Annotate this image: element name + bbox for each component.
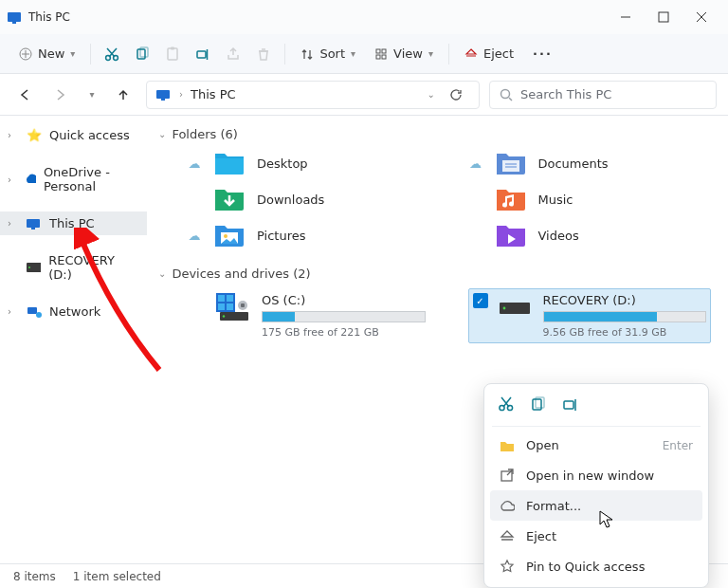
menu-label: Open in new window (526, 469, 693, 483)
sidebar-item-label: RECOVERY (D:) (48, 253, 139, 282)
sidebar-item-quick-access[interactable]: › ⭐ Quick access (0, 123, 147, 147)
svg-rect-1 (12, 22, 16, 24)
eject-toolbar-button[interactable]: Eject (455, 41, 523, 66)
folder-desktop[interactable]: ☁ Desktop (187, 149, 430, 177)
share-button[interactable] (218, 41, 248, 67)
sidebar-item-this-pc[interactable]: › This PC (0, 211, 147, 235)
new-label: New (38, 46, 64, 61)
new-button[interactable]: New ▾ (9, 41, 84, 66)
svg-point-50 (502, 307, 505, 310)
sort-label: Sort (319, 46, 345, 61)
sidebar-item-network[interactable]: › Network (0, 300, 147, 323)
chevron-right-icon[interactable]: › (8, 130, 19, 140)
folder-downloads[interactable]: ☁ Downloads (187, 185, 430, 213)
mouse-cursor (599, 510, 614, 529)
navigation-pane: › ⭐ Quick access › OneDrive - Personal ›… (0, 116, 147, 563)
view-label: View (393, 46, 423, 61)
folder-label: Music (538, 193, 573, 207)
paste-button[interactable] (157, 41, 188, 67)
menu-eject[interactable]: Eject (490, 521, 702, 551)
cloud-status-icon: ☁ (187, 229, 202, 243)
svg-point-32 (28, 266, 30, 268)
svg-point-46 (223, 315, 225, 317)
recent-button[interactable]: ▾ (83, 82, 100, 108)
folder-pictures[interactable]: ☁ Pictures (187, 221, 430, 249)
folder-icon (495, 149, 527, 177)
cloud-status-icon: ☁ (468, 156, 483, 171)
cut-icon[interactable] (498, 395, 515, 413)
eject-icon (500, 528, 515, 543)
drive-free-text: 9.56 GB free of 31.9 GB (543, 326, 707, 339)
folder-documents[interactable]: ☁ Documents (468, 149, 712, 177)
folder-icon (495, 221, 527, 249)
folder-icon (213, 221, 246, 249)
title-bar: This PC (0, 0, 728, 34)
minimize-button[interactable] (607, 2, 645, 32)
folder-label: Videos (538, 229, 579, 243)
rename-button[interactable] (188, 41, 218, 67)
search-input[interactable]: Search This PC (489, 81, 717, 109)
forward-button[interactable] (47, 82, 74, 108)
svg-rect-35 (502, 160, 519, 172)
more-button[interactable]: ··· (523, 41, 562, 66)
menu-open-new-window[interactable]: Open in new window (490, 460, 702, 490)
search-icon (500, 88, 513, 101)
drive-icon (27, 263, 42, 272)
star-outline-icon (500, 559, 515, 574)
refresh-button[interactable] (443, 82, 469, 108)
sidebar-item-onedrive[interactable]: › OneDrive - Personal (0, 160, 147, 198)
copy-icon[interactable] (530, 395, 547, 413)
address-bar[interactable]: › This PC ⌄ (146, 81, 480, 109)
folder-label: Documents (538, 156, 609, 171)
chevron-right-icon[interactable]: › (8, 306, 19, 317)
chevron-down-icon[interactable]: ⌄ (158, 129, 166, 139)
rename-icon[interactable] (562, 395, 579, 413)
chevron-down-icon[interactable]: ⌄ (428, 89, 435, 100)
back-button[interactable] (11, 82, 38, 108)
folder-music[interactable]: ☁ Music (468, 185, 712, 213)
svg-rect-48 (241, 303, 245, 307)
svg-rect-22 (382, 49, 386, 53)
menu-label: Eject (526, 529, 693, 543)
svg-rect-15 (168, 48, 177, 60)
copy-button[interactable] (127, 41, 157, 67)
group-drives-header[interactable]: ⌄ Devices and drives (2) (158, 266, 711, 281)
close-button[interactable] (682, 2, 720, 32)
cut-button[interactable] (97, 41, 127, 67)
selection-checkbox[interactable]: ✓ (473, 293, 488, 308)
sort-button[interactable]: Sort ▾ (291, 41, 365, 66)
chevron-down-icon: ▾ (428, 48, 433, 59)
view-button[interactable]: View ▾ (365, 41, 443, 66)
delete-button[interactable] (248, 41, 279, 67)
monitor-icon (27, 217, 42, 230)
cloud-status-icon: ☁ (187, 156, 202, 171)
menu-open[interactable]: Open Enter (490, 431, 702, 460)
chevron-down-icon[interactable]: ⌄ (158, 268, 166, 279)
toolbar-divider (284, 44, 285, 64)
folder-label: Downloads (257, 193, 324, 207)
eject-label: Eject (483, 46, 514, 61)
chevron-right-icon[interactable]: › (8, 218, 19, 229)
folder-videos[interactable]: ☁ Videos (468, 221, 712, 249)
group-folders-header[interactable]: ⌄ Folders (6) (158, 127, 711, 141)
breadcrumb-root[interactable]: This PC (191, 87, 236, 101)
maximize-button[interactable] (645, 2, 682, 32)
svg-rect-0 (8, 12, 21, 22)
drive-os-c[interactable]: OS (C:) 175 GB free of 221 GB (187, 288, 430, 343)
command-toolbar: New ▾ Sort ▾ View ▾ Eject ··· (0, 34, 728, 74)
menu-pin-quick-access[interactable]: Pin to Quick access (490, 551, 702, 581)
drive-capacity-bar (543, 311, 707, 322)
svg-point-34 (36, 312, 42, 318)
cloud-icon (24, 174, 36, 185)
menu-format[interactable]: Format... (490, 490, 702, 521)
svg-rect-24 (382, 55, 386, 59)
chevron-right-icon[interactable]: › (8, 175, 16, 185)
drive-recovery-d[interactable]: ✓ RECOVERY (D:) 9.56 GB free of 31.9 GB (468, 288, 712, 343)
explorer-window: This PC New ▾ Sort ▾ View ▾ (0, 0, 728, 588)
sidebar-item-label: OneDrive - Personal (44, 165, 139, 193)
up-button[interactable] (110, 82, 136, 108)
svg-rect-57 (564, 401, 573, 409)
network-icon (27, 305, 42, 319)
sidebar-item-label: Quick access (49, 128, 130, 142)
sidebar-item-recovery[interactable]: › RECOVERY (D:) (0, 248, 147, 286)
